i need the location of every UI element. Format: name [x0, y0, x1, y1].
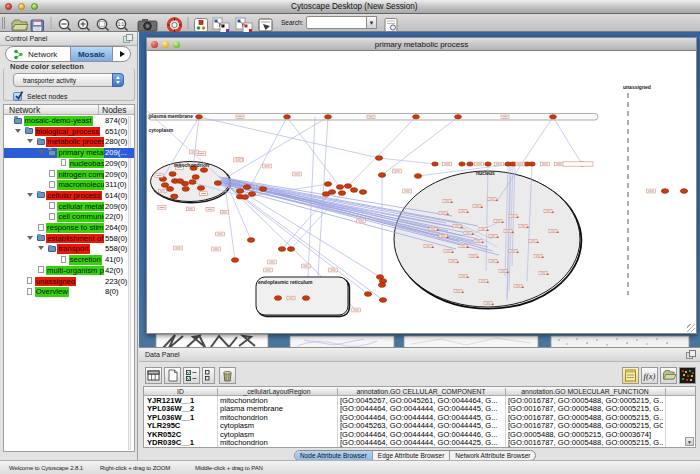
- svg-text:mitochondrion: mitochondrion: [174, 162, 209, 168]
- svg-text:cytoplasm: cytoplasm: [149, 127, 174, 133]
- svg-text:unassigned: unassigned: [623, 84, 651, 90]
- svg-text:plasma membrane: plasma membrane: [149, 113, 193, 119]
- svg-text:1:1: 1:1: [118, 22, 125, 27]
- svg-text:f(x): f(x): [644, 371, 656, 381]
- svg-text:nucleus: nucleus: [476, 170, 495, 176]
- svg-text:endoplasmic reticulum: endoplasmic reticulum: [258, 279, 313, 285]
